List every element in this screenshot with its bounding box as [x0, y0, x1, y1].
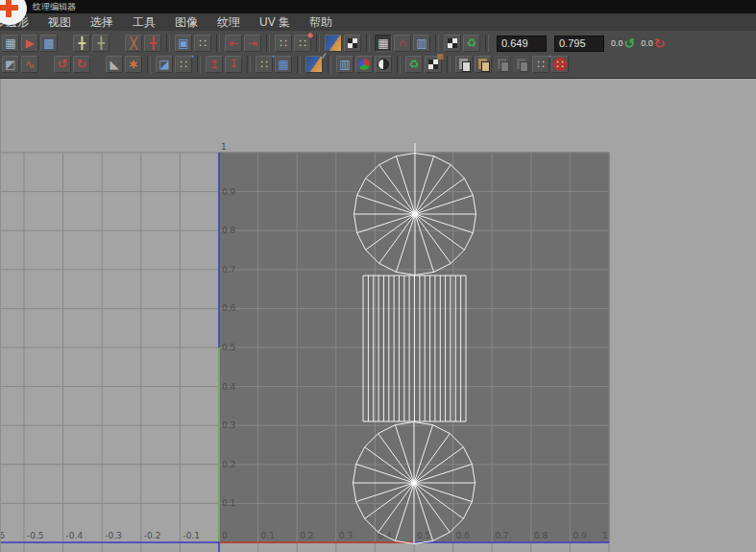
copy-uv-value-button[interactable] [494, 56, 511, 73]
snap-together-uvs-button[interactable]: ∷ [275, 35, 292, 52]
menu-item-tool[interactable]: 工具 [123, 13, 165, 31]
svg-text:0: 0 [222, 531, 228, 540]
uv-lattice-tool-button[interactable]: ▦ [2, 35, 19, 52]
uv-shell-overlap-toggle[interactable]: ▥ [336, 56, 354, 73]
uv-edge-curve-tool-button[interactable]: ∿ [21, 56, 38, 73]
align-uvs-down-button[interactable]: ↧ [225, 56, 242, 73]
toolbar-separator [166, 35, 170, 52]
toolbar-separator [297, 56, 301, 73]
uv-editor-viewport[interactable]: -0.6-0.5-0.4-0.3-0.2-0.100.10.20.30.40.5… [0, 79, 756, 552]
svg-text:0.3: 0.3 [339, 531, 353, 540]
align-uvs-up-button[interactable]: ↥ [206, 56, 223, 73]
grid-uvs-button[interactable]: ∷ [194, 35, 211, 52]
toolbar-separator [247, 56, 251, 73]
move-uv-tool-button[interactable]: ╋ [73, 35, 90, 52]
unfold-uvs-button[interactable]: ◣ [106, 56, 123, 73]
snap-to-grid-button[interactable]: ∷▪ [175, 56, 192, 73]
menu-item-select[interactable]: 选择 [81, 13, 123, 31]
svg-text:0.5: 0.5 [417, 531, 430, 540]
svg-text:-0.5: -0.5 [27, 531, 44, 540]
app-icon-cross-vertical [6, 0, 12, 17]
split-uvs-button[interactable]: ╋ [144, 35, 161, 52]
svg-text:0.1: 0.1 [222, 498, 235, 508]
shell-stack-toggle[interactable]: ▥ [413, 35, 430, 52]
menu-item-image[interactable]: 图像 [165, 13, 207, 31]
rotate-uvs-ccw-button-group: 0.0↺ [611, 36, 635, 50]
toolbar-separator [316, 35, 320, 52]
cycle-uvs-button[interactable]: ∷ [551, 56, 569, 73]
toolbar-row-1: ▦▶▩╋╋╳╋▣∷⇤⇥∷∷◆▦∩▥♻0.6490.7950.0↺0.0↻ [2, 33, 756, 54]
uv-smudge-tool-button[interactable]: ▩ [40, 35, 58, 52]
paste-uvs-button[interactable] [475, 56, 492, 73]
svg-text:0.8: 0.8 [534, 531, 549, 540]
svg-text:0.9: 0.9 [573, 531, 587, 540]
menu-item-view[interactable]: 视图 [38, 13, 81, 31]
paste-uv-value-button[interactable] [513, 56, 530, 73]
svg-text:0.6: 0.6 [222, 303, 236, 313]
match-uvs-button-badge: ◆ [307, 32, 313, 39]
layout-uv-shells-button[interactable]: ◪ [156, 56, 173, 73]
menu-item-textures[interactable]: 纹理 [207, 13, 250, 31]
toolbar-separator [266, 35, 270, 52]
align-uvs-left-button[interactable]: ⇤ [225, 35, 242, 52]
svg-text:0.7: 0.7 [222, 265, 235, 275]
svg-text:0.5: 0.5 [222, 343, 235, 352]
dim-image-toggle[interactable] [444, 35, 461, 52]
copy-uvs-button[interactable] [455, 56, 473, 73]
svg-text:0.3: 0.3 [222, 420, 235, 430]
toolbar-separator [435, 35, 439, 52]
uv-shell-body[interactable] [363, 276, 466, 421]
uv-shell-bottom-cap[interactable] [354, 422, 476, 544]
align-uvs-right-button[interactable]: ⇥ [244, 35, 261, 52]
edit-texture-button[interactable]: ∕ [305, 56, 323, 73]
scale-uv-tool-button[interactable]: ╋ [92, 35, 110, 52]
rotate-uvs-ccw-45-button[interactable]: ↺ [54, 56, 71, 73]
v-coordinate-field[interactable]: 0.795 [554, 36, 604, 52]
edit-texture-button-badge: ∕ [324, 53, 325, 60]
cut-uv-edges-button[interactable]: ╳ [125, 35, 142, 52]
rotate-uvs-cw-45-button[interactable]: ↻ [73, 56, 90, 73]
normalize-uvs-button[interactable]: ∷▪ [256, 56, 273, 73]
uv-shell-top-cap[interactable] [354, 154, 476, 276]
move-uv-shell-tool-button[interactable]: ▶ [21, 35, 38, 52]
svg-text:0.1: 0.1 [261, 531, 275, 540]
svg-text:-0.3: -0.3 [105, 531, 122, 540]
toolbar-row-2: ◩∿↺↻◣∗◪∷▪↥↧∷▪▦∕▥♻▦∷▪∷ [2, 54, 756, 75]
dim-texture-toggle[interactable]: ▦ [425, 56, 442, 73]
paste-u-to-v-button[interactable]: ∷▪ [532, 56, 549, 73]
rotate-uvs-ccw-button-value: 0.0 [611, 38, 623, 48]
uv-shell-center-point-core [413, 212, 417, 216]
menu-item-help[interactable]: 帮助 [300, 13, 342, 31]
magnet-snap-toggle[interactable]: ∩ [394, 35, 411, 52]
rotate-uvs-cw-button-group: 0.0↻ [641, 36, 665, 50]
u-coordinate-field[interactable]: 0.649 [497, 36, 547, 52]
match-uvs-button[interactable]: ∷◆ [294, 35, 311, 52]
dim-texture-toggle-badge: ▦ [436, 53, 444, 60]
toolbar: ▦▶▩╋╋╳╋▣∷⇤⇥∷∷◆▦∩▥♻0.6490.7950.0↺0.0↻ ◩∿↺… [0, 31, 756, 79]
display-rgb-channels-toggle[interactable] [355, 56, 373, 73]
flip-uv-shell-tool-button[interactable]: ◩ [2, 56, 19, 73]
svg-text:-0.1: -0.1 [183, 531, 200, 540]
rotate-uvs-ccw-button[interactable]: ↺ [624, 36, 636, 50]
svg-text:0.8: 0.8 [222, 226, 236, 235]
toolbar-separator [447, 56, 451, 73]
toolbar-separator [216, 35, 220, 52]
layout-uvs-button[interactable]: ▣ [175, 35, 192, 52]
refresh-image-button[interactable]: ♻ [405, 56, 423, 73]
svg-text:0.6: 0.6 [456, 531, 471, 540]
update-psd-networks-button[interactable]: ♻ [463, 35, 480, 52]
svg-text:0.7: 0.7 [495, 531, 508, 540]
menu-item-uv-sets[interactable]: UV 集 [250, 13, 300, 31]
image-display-toggle[interactable] [325, 35, 342, 52]
svg-text:0.4: 0.4 [222, 382, 236, 392]
uv-shell-center-point-core [412, 481, 416, 485]
rotate-uvs-cw-button[interactable]: ↻ [654, 36, 666, 50]
svg-text:-0.4: -0.4 [66, 531, 84, 540]
snap-to-grid-button-badge: ▪ [191, 53, 194, 60]
display-alpha-channel-toggle[interactable] [375, 56, 392, 73]
unitize-uvs-button[interactable]: ▦ [275, 56, 292, 73]
toolbar-separator [328, 56, 331, 73]
untangle-uvs-button[interactable]: ∗ [125, 56, 142, 73]
pixel-snap-toggle[interactable] [344, 35, 361, 52]
grid-toggle[interactable]: ▦ [375, 35, 392, 52]
